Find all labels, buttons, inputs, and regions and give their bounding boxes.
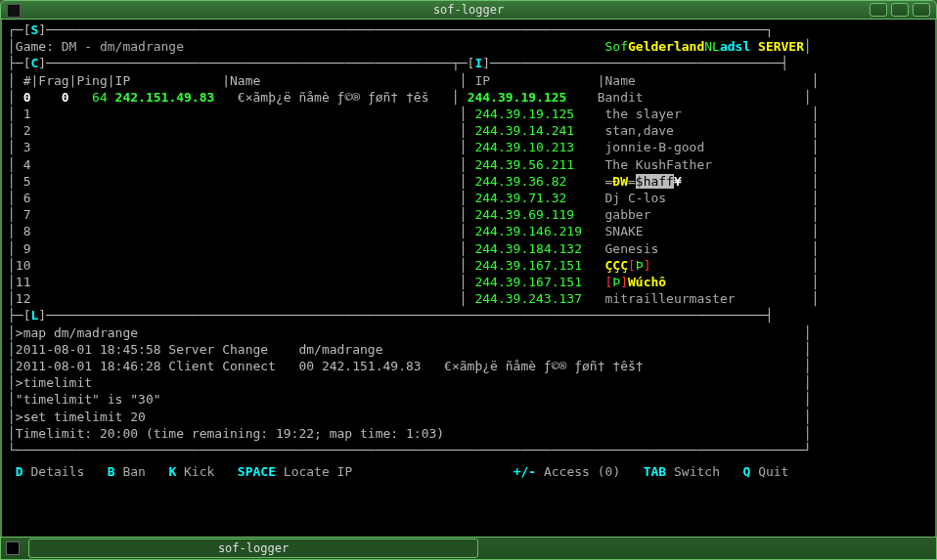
table-row: │ 9 │ 244.39.184.132 Genesis │ (8, 240, 929, 257)
maximize-button[interactable] (891, 3, 909, 17)
mid-border: ├─[C]───────────────────────────────────… (8, 55, 929, 71)
window-title: sof-logger (433, 3, 504, 17)
taskbar-item[interactable]: sof-logger (28, 538, 478, 558)
table-row: │ 1 │ 244.39.19.125 the slayer │ (8, 106, 929, 122)
table-row: │ 3 │ 244.39.10.213 jonnie-B-good │ (8, 139, 929, 155)
table-row: │10 │ 244.39.167.151 ÇÇÇ[Þ] │ (8, 257, 929, 274)
table-row: │ 6 │ 244.39.71.32 Dj C-los │ (8, 190, 929, 206)
window-icon (7, 4, 21, 18)
game-line: │Game: DM - dm/madrange SofGelderlandNLa… (8, 38, 929, 55)
table-row: │ 8 │ 244.39.146.219 SNAKE │ (8, 223, 929, 239)
taskbar[interactable]: sof-logger (0, 537, 937, 560)
table-row: │ 2 │ 244.39.14.241 stan,dave │ (8, 122, 929, 139)
top-border: ┌─[S]───────────────────────────────────… (8, 22, 929, 38)
table-header: │ #|Frag|Ping|IP |Name │ IP |Name │ (8, 72, 929, 89)
table-row: │ 0 0 64 242.151.49.83 €×ãmþ¿ë ñåmè ƒ©® … (8, 89, 929, 106)
window-titlebar[interactable]: sof-logger (0, 0, 937, 20)
bottom-border: └───────────────────────────────────────… (8, 442, 929, 458)
log-output: │>map dm/madrange ││2011-08-01 18:45:58 … (8, 324, 929, 442)
log-border: ├─[L]───────────────────────────────────… (8, 307, 929, 323)
hotkey-bar: D Details B Ban K Kick SPACE Locate IP +… (8, 462, 929, 480)
close-button[interactable] (913, 3, 930, 17)
table-row: │ 5 │ 244.39.36.82 =ÐW=$haff¥ │ (8, 173, 929, 190)
table-row: │ 7 │ 244.39.69.119 gabber │ (8, 206, 929, 223)
table-row: │12 │ 244.39.243.137 mitrailleurmaster │ (8, 290, 929, 307)
table-row: │ 4 │ 244.39.56.211 The KushFather │ (8, 156, 929, 173)
minimize-button[interactable] (870, 3, 887, 17)
terminal[interactable]: ┌─[S]───────────────────────────────────… (0, 20, 937, 537)
start-button[interactable] (1, 537, 24, 560)
table-row: │11 │ 244.39.167.151 [Þ]Wúchô │ (8, 274, 929, 290)
